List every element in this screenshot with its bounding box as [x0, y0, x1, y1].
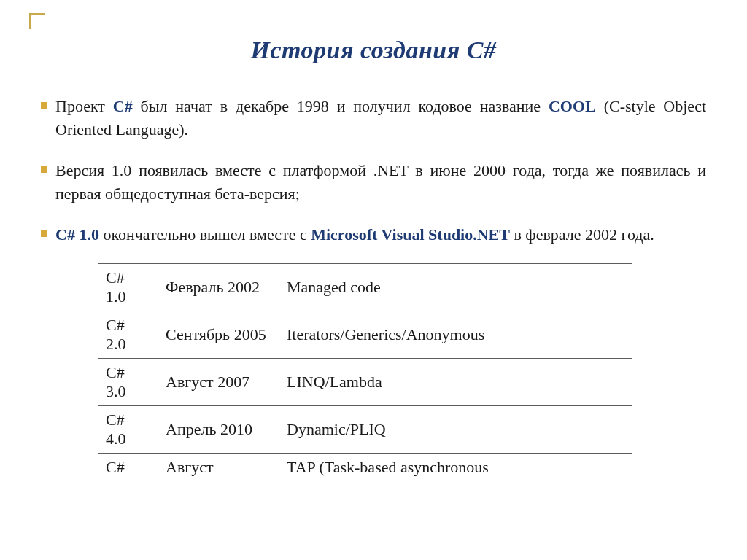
bullet-item: Версия 1.0 появилась вместе с платформой… [41, 159, 706, 206]
highlight-text: Microsoft Visual Studio.NET [311, 225, 510, 244]
highlight-text: C# 1.0 [55, 225, 99, 244]
cell-version: C# [98, 454, 158, 482]
cell-features: Dynamic/PLIQ [279, 406, 632, 454]
decorative-corner [29, 13, 45, 29]
cell-version: C# 1.0 [98, 264, 158, 311]
table-row: C# 2.0Сентябрь 2005Iterators/Generics/An… [98, 311, 632, 359]
cell-version: C# 2.0 [98, 311, 158, 359]
bullet-list: Проект C# был начат в декабре 1998 и пол… [41, 95, 706, 246]
table-row: C#АвгустTAP (Task-based asynchronous [98, 454, 632, 482]
bullet-item: C# 1.0 окончательно вышел вместе с Micro… [41, 223, 706, 246]
body-text: окончательно вышел вместе с [99, 225, 311, 244]
cell-date: Август 2007 [158, 359, 279, 406]
cell-date: Апрель 2010 [158, 406, 279, 454]
body-text: в феврале 2002 года. [510, 225, 654, 244]
bullet-item: Проект C# был начат в декабре 1998 и пол… [41, 95, 706, 141]
body-text: Версия 1.0 появилась вместе с платформой… [55, 161, 706, 203]
table-row: C# 3.0Август 2007LINQ/Lambda [98, 359, 632, 406]
cell-date: Сентябрь 2005 [158, 311, 279, 359]
cell-features: Iterators/Generics/Anonymous [279, 311, 632, 359]
body-text: был начат в декабре 1998 и получил кодов… [133, 97, 549, 115]
table-row: C# 4.0Апрель 2010Dynamic/PLIQ [98, 406, 632, 454]
highlight-text: COOL [549, 97, 596, 115]
page-title: История создания С# [41, 36, 706, 64]
slide-page: История создания С# Проект C# был начат … [0, 0, 747, 481]
cell-date: Август [158, 454, 279, 482]
cell-date: Февраль 2002 [158, 264, 279, 311]
highlight-text: C# [113, 97, 133, 115]
cell-features: Managed code [279, 264, 632, 311]
cell-version: C# 3.0 [98, 359, 158, 406]
cell-features: TAP (Task-based asynchronous [279, 454, 632, 482]
body-text: Проект [55, 97, 113, 115]
table-row: C# 1.0Февраль 2002Managed code [98, 264, 632, 311]
cell-features: LINQ/Lambda [279, 359, 632, 406]
cell-version: C# 4.0 [98, 406, 158, 454]
versions-table: C# 1.0Февраль 2002Managed codeC# 2.0Сент… [98, 263, 632, 481]
